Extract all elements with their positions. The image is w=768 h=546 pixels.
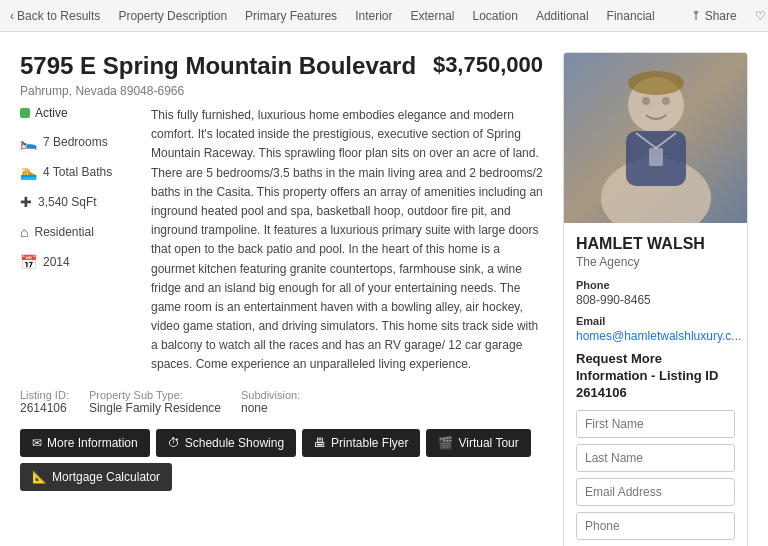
agent-name: HAMLET WALSH: [576, 235, 735, 253]
sqft-feature: ✚ 3,540 SqFt: [20, 194, 135, 210]
envelope-icon: ✉: [32, 436, 42, 450]
nav-property-description[interactable]: Property Description: [118, 9, 227, 23]
status-dot: [20, 108, 30, 118]
listing-info-row: Listing ID: 2614106 Property Sub Type: S…: [20, 389, 543, 415]
heart-icon: ♡: [755, 9, 766, 23]
nav-additional[interactable]: Additional: [536, 9, 589, 23]
printable-flyer-button[interactable]: 🖶 Printable Flyer: [302, 429, 420, 457]
agent-info: HAMLET WALSH The Agency Phone 808-990-84…: [564, 223, 747, 546]
agent-card-column: HAMLET WALSH The Agency Phone 808-990-84…: [563, 52, 748, 546]
share-button[interactable]: ⤒ Share: [691, 9, 737, 23]
main-content: 5795 E Spring Mountain Boulevard Pahrump…: [0, 32, 768, 546]
calculator-icon: 📐: [32, 470, 47, 484]
nav-financial[interactable]: Financial: [607, 9, 655, 23]
first-name-input[interactable]: [576, 410, 735, 438]
email-input[interactable]: [576, 478, 735, 506]
subdivision-item: Subdivision: none: [241, 389, 300, 415]
svg-point-6: [628, 71, 684, 95]
type-feature: ⌂ Residential: [20, 224, 135, 240]
phone-input[interactable]: [576, 512, 735, 540]
top-navigation: ‹ Back to Results Property Description P…: [0, 0, 768, 32]
schedule-showing-button[interactable]: ⏱ Schedule Showing: [156, 429, 296, 457]
bedrooms-feature: 🛌 7 Bedrooms: [20, 134, 135, 150]
virtual-tour-button[interactable]: 🎬 Virtual Tour: [426, 429, 530, 457]
year-feature: 📅 2014: [20, 254, 135, 270]
nav-interior[interactable]: Interior: [355, 9, 392, 23]
nav-primary-features[interactable]: Primary Features: [245, 9, 337, 23]
printer-icon: 🖶: [314, 436, 326, 450]
save-button[interactable]: ♡ Save: [755, 9, 768, 23]
property-address: Pahrump, Nevada 89048-6966: [20, 84, 416, 98]
left-column: 5795 E Spring Mountain Boulevard Pahrump…: [20, 52, 543, 546]
property-title: 5795 E Spring Mountain Boulevard: [20, 52, 416, 80]
calendar-icon: 📅: [20, 254, 37, 270]
sqft-icon: ✚: [20, 194, 32, 210]
video-icon: 🎬: [438, 436, 453, 450]
mortgage-calculator-button[interactable]: 📐 Mortgage Calculator: [20, 463, 172, 491]
phone-value: 808-990-8465: [576, 293, 735, 307]
svg-rect-7: [649, 148, 663, 166]
last-name-input[interactable]: [576, 444, 735, 472]
status-badge: Active: [20, 106, 68, 120]
email-label: Email: [576, 315, 735, 327]
action-buttons: ✉ More Information ⏱ Schedule Showing 🖶 …: [20, 429, 543, 491]
phone-label: Phone: [576, 279, 735, 291]
agent-photo: [564, 53, 747, 223]
clock-icon: ⏱: [168, 436, 180, 450]
bath-icon: 🏊: [20, 164, 37, 180]
back-to-results-link[interactable]: ‹ Back to Results: [10, 9, 100, 23]
request-info-title: Request More Information - Listing ID 26…: [576, 351, 735, 402]
baths-feature: 🏊 4 Total Baths: [20, 164, 135, 180]
nav-location[interactable]: Location: [473, 9, 518, 23]
svg-point-5: [662, 97, 670, 105]
nav-external[interactable]: External: [410, 9, 454, 23]
more-info-button[interactable]: ✉ More Information: [20, 429, 150, 457]
agent-card: HAMLET WALSH The Agency Phone 808-990-84…: [563, 52, 748, 546]
features-list: Active 🛌 7 Bedrooms 🏊 4 Total Baths ✚ 3,…: [20, 106, 135, 375]
listing-id-item: Listing ID: 2614106: [20, 389, 69, 415]
property-description: This fully furnished, luxurious home emb…: [151, 106, 543, 375]
home-icon: ⌂: [20, 224, 28, 240]
property-sub-type-item: Property Sub Type: Single Family Residen…: [89, 389, 221, 415]
email-value: homes@hamletwalshluxury.c...: [576, 329, 735, 343]
share-icon: ⤒: [691, 9, 701, 23]
agent-agency: The Agency: [576, 255, 735, 269]
svg-point-4: [642, 97, 650, 105]
features-description-row: Active 🛌 7 Bedrooms 🏊 4 Total Baths ✚ 3,…: [20, 106, 543, 375]
property-price: $3,750,000: [433, 52, 543, 78]
bed-icon: 🛌: [20, 134, 37, 150]
